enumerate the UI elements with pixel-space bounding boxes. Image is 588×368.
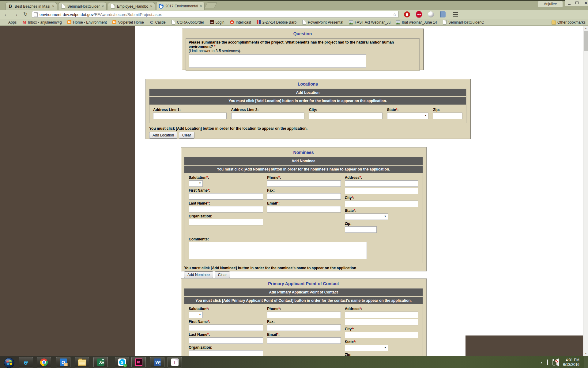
address-line-2-input[interactable] [231, 113, 305, 119]
phone-input[interactable] [267, 180, 341, 187]
tab-best-beaches[interactable]: B Best Beaches in Massachu ✕ [6, 2, 57, 10]
forward-button[interactable]: → [12, 11, 20, 18]
state-select[interactable]: ▼ [345, 345, 388, 351]
reload-button[interactable]: ↻ [21, 11, 29, 18]
chrome-menu-button[interactable] [451, 11, 459, 18]
tab-close-icon[interactable]: ✕ [150, 5, 153, 8]
nominees-instruction-bar: You must click [Add Nominee] button in o… [184, 166, 423, 173]
organization-label: Organization: [189, 345, 263, 350]
taskbar-word-button[interactable]: W [150, 357, 164, 367]
bookmark-star-icon[interactable]: ☆ [393, 12, 397, 17]
address-line-2-input[interactable] [345, 188, 418, 194]
adblock-plus-extension-icon[interactable]: ABP [416, 11, 422, 18]
bookmark-volpenet-home[interactable]: VolpeNet Home [112, 20, 144, 25]
restore-button[interactable] [573, 0, 581, 6]
network-icon[interactable] [552, 360, 552, 365]
email-label: Email*: [267, 332, 341, 337]
taskbar-ie-button[interactable]: e [19, 357, 33, 367]
taskbar-outlook-button[interactable]: O [56, 357, 70, 367]
tab-employee-handbook[interactable]: Employee_Handbook_upd ✕ [108, 2, 155, 10]
bookmark-castle[interactable]: CCastle [149, 20, 166, 25]
bookmark-debbie-barbo[interactable]: 2-27-14 Debbie Barb [257, 20, 296, 25]
bookmark-login[interactable]: JPMLogin [209, 20, 224, 25]
bookmark-powerpoint[interactable]: PowerPoint Presentat [302, 20, 343, 25]
zip-input[interactable] [433, 113, 462, 119]
new-tab-button[interactable] [204, 2, 217, 8]
taskbar-explorer-button[interactable] [75, 357, 89, 367]
tab-environmental-excellence-active[interactable]: 2017 Environmental Excell ✕ [156, 2, 205, 10]
url-bar[interactable]: environment-dev.volpe.dot.gov/EEAwards/s… [32, 11, 399, 18]
fax-input[interactable] [267, 193, 341, 200]
minimize-button[interactable] [565, 0, 573, 6]
first-name-input[interactable] [189, 193, 263, 200]
taskbar-chrome-button[interactable] [37, 357, 51, 367]
primary-contact-inner: Add Primary Applicant Point of Contact Y… [184, 288, 423, 356]
zip-input[interactable] [345, 226, 377, 233]
salutation-select[interactable]: ▼ [189, 180, 203, 187]
email-input[interactable] [267, 337, 341, 344]
show-desktop-button[interactable] [584, 356, 588, 368]
tab-close-icon[interactable]: ✕ [102, 5, 104, 8]
taskbar-indesign-button[interactable]: Id [131, 357, 146, 367]
vertical-scrollbar[interactable]: ▲ ▼ [583, 26, 588, 356]
browser-chrome: B Best Beaches in Massachu ✕ SeminarHost… [0, 0, 588, 26]
notebook-extension-icon[interactable] [439, 11, 446, 18]
salutation-label: Salutation*: [189, 307, 263, 311]
bookmark-inbox[interactable]: MInbox - anjulieem@g [22, 20, 62, 25]
bookmark-seminar-host[interactable]: SeminarHostGuidenC [443, 20, 484, 25]
start-button[interactable] [2, 357, 13, 368]
taskbar-skype-button[interactable]: S [115, 357, 129, 367]
bookmark-fast-act-webinar[interactable]: FAST Act Webinar_Ju [349, 20, 390, 25]
organization-input[interactable] [189, 219, 263, 225]
address-line-2-input[interactable] [345, 319, 418, 325]
question-textarea[interactable] [189, 54, 366, 68]
close-button[interactable]: ✕ [581, 0, 588, 6]
profile-chip[interactable]: Anjuliee [538, 1, 563, 7]
email-input[interactable] [267, 206, 341, 213]
bookmark-ibat-webinar[interactable]: Ibat webinar_June 14 [396, 20, 437, 25]
tab-close-icon[interactable]: ✕ [200, 5, 202, 8]
remove-hardware-icon[interactable] [547, 360, 548, 365]
state-select[interactable]: ▼ [387, 113, 429, 119]
taskbar-excel-button[interactable]: X [93, 357, 108, 367]
last-name-input[interactable] [189, 206, 263, 213]
infopath-icon: I [171, 358, 179, 366]
scrollbar-thumb[interactable] [584, 31, 588, 51]
add-nominee-button[interactable]: Add Nominee [184, 271, 213, 278]
bookmark-intellicast[interactable]: Intellicast [230, 20, 251, 25]
volume-muted-icon[interactable] [556, 360, 559, 365]
bookmarks-separator [546, 20, 546, 25]
tab-close-icon[interactable]: ✕ [52, 5, 55, 8]
first-name-input[interactable] [189, 324, 263, 331]
phone-input[interactable] [267, 312, 341, 318]
address-line-1-input[interactable] [153, 113, 227, 119]
stop-hand-extension-icon[interactable] [404, 11, 410, 18]
comments-textarea[interactable] [189, 242, 367, 259]
address-input[interactable] [345, 180, 418, 187]
tab-seminar-host[interactable]: SeminarHostGuidenCheck ✕ [58, 2, 107, 10]
taskbar-clock[interactable]: 4:01 PM6/13/2016 [563, 358, 579, 367]
add-location-button[interactable]: Add Location [149, 132, 177, 139]
salutation-select[interactable]: ▼ [189, 312, 203, 318]
clear-button[interactable]: Clear [179, 132, 194, 139]
bookmark-cora-joborder[interactable]: CORA-JobOrder [171, 20, 204, 25]
back-button[interactable]: ← [2, 11, 10, 18]
bookmark-home-environment[interactable]: Home - Environment [67, 20, 107, 25]
organization-input[interactable] [189, 350, 263, 356]
state-select[interactable]: ▼ [345, 213, 388, 220]
bookmark-apps[interactable]: Apps [2, 20, 17, 25]
url-text[interactable]: environment-dev.volpe.dot.gov/EEAwards/s… [40, 12, 391, 17]
taskbar-infopath-button[interactable]: I [168, 357, 182, 367]
last-name-input[interactable] [189, 337, 263, 344]
scroll-up-icon[interactable]: ▲ [583, 26, 588, 31]
clear-button[interactable]: Clear [215, 271, 230, 278]
city-input[interactable] [345, 201, 418, 207]
city-input[interactable] [345, 332, 418, 338]
ghostery-extension-icon[interactable] [428, 11, 434, 18]
fax-input[interactable] [267, 324, 341, 331]
city-input[interactable] [309, 113, 383, 119]
address-input[interactable] [345, 312, 418, 318]
scroll-down-icon[interactable]: ▼ [583, 351, 588, 356]
hidden-icons-button[interactable]: ▲ [540, 361, 543, 364]
other-bookmarks[interactable]: Other bookmarks [552, 20, 586, 25]
